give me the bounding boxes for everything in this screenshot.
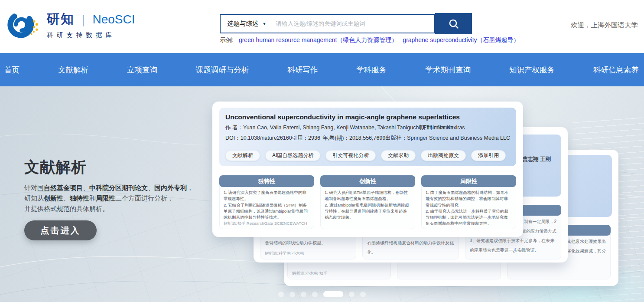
search-area: 选题与综述 ▼ (220, 13, 472, 34)
search-input[interactable] (271, 20, 434, 27)
search-icon (448, 18, 459, 30)
paper-citations: 引用：2936 (292, 135, 323, 142)
welcome-text: 欢迎，上海外国语大学 (571, 21, 638, 30)
action-publisher-source[interactable]: 出版商处原文 (421, 150, 466, 161)
search-examples: 示例: green human resource management（绿色人力… (220, 36, 520, 44)
carousel-dot-active[interactable] (323, 291, 343, 297)
action-literature-analysis[interactable]: 文献解析 (225, 150, 260, 161)
paper-doi: DOI：10.1038/nature26160 (225, 135, 292, 142)
hero-description: 针对国自然基金项目、中科院分区期刊论文、国内外专利， 研知从创新性、独特性和局限… (24, 183, 215, 214)
nav-item-research-writing[interactable]: 科研写作 (287, 65, 318, 75)
brand-separator: ｜ (78, 12, 89, 27)
column-innovation: 创新性 1. 研究人员利用STM单原子精细结构，创新性地制备出超导性魔角石墨烯超… (320, 175, 415, 229)
site-header: 研知 ｜ NeoSCI 科研支持数据库 选题与综述 ▼ 示例: green hu… (0, 0, 644, 53)
column-uniqueness: 独特性 1. 该研究深入探究了魔角石墨烯超晶格中的非常规超导性。 2. 它结合了… (219, 175, 314, 229)
source-text: 解析源:小木虫 知乎 (292, 271, 327, 276)
carousel-dot-7[interactable] (360, 292, 366, 297)
action-add-citation[interactable]: 添加引用 (471, 150, 506, 161)
carousel-dot-2[interactable] (289, 292, 295, 297)
column-uniqueness-source: 解析源:知乎 ResearchGate SCIENCEWATCH (224, 221, 307, 226)
authors-fragment: 曹志翔 王刚 (522, 156, 551, 163)
nav-item-literature-analysis[interactable]: 文献解析 (58, 65, 88, 75)
paper-authors: 作 者：Yuan Cao, Valla Fatemi, Shiang Fang,… (225, 124, 420, 131)
hero-carousel: 文献解析 针对国自然基金项目、中科院分区期刊论文、国内外专利， 研知从创新性、独… (0, 86, 644, 302)
paper-meta-row-1: 作 者：Yuan Cao, Valla Fatemi, Shiang Fang,… (225, 124, 510, 131)
action-citation-visualization[interactable]: 引文可视化分析 (325, 150, 376, 161)
paper-journal: 期 刊：Nature (420, 124, 454, 131)
brand-name-en: NeoSCI (92, 13, 135, 26)
example-link-graphene[interactable]: graphene superconductivity（石墨烯超导） (403, 36, 519, 44)
brand-logo-icon (4, 8, 42, 42)
column-text-fragment: 3、研究者建议仅限于技术不足参考，在未来的应用场合也需要进一步实践验证。 (465, 236, 561, 255)
hero-desc-line1: 针对国自然基金项目、中科院分区期刊论文、国内外专利， (24, 183, 215, 193)
paper-meta-row-2: DOI：10.1038/nature26160 引用：2936 年,卷(期)：2… (225, 135, 510, 142)
carousel-dot-1[interactable] (278, 292, 284, 297)
hero-title: 文献解析 (24, 157, 215, 177)
search-category-dropdown[interactable]: 选题与综述 ▼ (221, 20, 271, 28)
hero-desc-line2: 研知从创新性、独特性和局限性三个方面进行分析， (24, 193, 215, 204)
hero-desc-line3: 并提供格式规范的具体解析。 (24, 204, 215, 214)
paper-actions: 文献解析 AI国自然选题分析 引文可视化分析 文献求助 出版商处原文 添加引用 (225, 150, 510, 161)
analysis-columns: 独特性 1. 该研究深入探究了魔角石墨烯超晶格中的非常规超导性。 2. 它结合了… (219, 175, 516, 229)
column-uniqueness-body: 1. 该研究深入探究了魔角石墨烯超晶格中的非常规超导性。 2. 它结合了利用扫描… (220, 187, 314, 220)
column-limitation-body: 1. 由于魔角石墨烯超晶格的特殊结构，如果不能有效的控制和精确的调控，将会限制其… (422, 187, 516, 227)
search-category-label: 选题与综述 (227, 20, 259, 28)
action-fulltext-request[interactable]: 文献求助 (381, 150, 416, 161)
search-button[interactable] (435, 13, 472, 34)
paper-publisher: 出版社：Springer Science and Business Media … (385, 135, 510, 142)
column-innovation-body: 1. 研究人员利用STM单原子精细结构，创新性地制备出超导性魔角石墨烯超晶格。 … (321, 187, 415, 220)
paper-info-panel: Unconventional superconductivity in magi… (219, 108, 516, 166)
column-uniqueness-header: 独特性 (219, 175, 314, 187)
source-text: 解析源:科学网 小木虫 (265, 251, 304, 256)
nav-item-journal-search[interactable]: 学术期刊查询 (425, 65, 471, 75)
paper-card: Unconventional superconductivity in magi… (212, 102, 523, 237)
main-nav: 首页 文献解析 立项查询 课题调研与分析 科研写作 学科服务 学术期刊查询 知识… (0, 53, 644, 86)
column-innovation-header: 创新性 (320, 175, 415, 187)
nav-item-home[interactable]: 首页 (4, 65, 20, 75)
nav-item-ip-services[interactable]: 知识产权服务 (509, 65, 555, 75)
nav-item-research-literacy[interactable]: 科研信息素养 (593, 65, 639, 75)
search-box: 选题与综述 ▼ (220, 14, 435, 33)
example-link-green-hrm[interactable]: green human resource management（绿色人力资源管理… (239, 36, 397, 44)
action-ai-topic-analysis[interactable]: AI国自然选题分析 (265, 150, 320, 161)
chevron-down-icon: ▼ (263, 22, 267, 26)
carousel-dot-6[interactable] (349, 292, 355, 297)
carousel-dots (0, 291, 644, 297)
column-limitation-header: 局限性 (421, 175, 516, 187)
carousel-dot-3[interactable] (301, 292, 306, 297)
brand-subtitle: 科研支持数据库 (47, 31, 135, 39)
hero-promo: 文献解析 针对国自然基金项目、中科院分区期刊论文、国内外专利， 研知从创新性、独… (24, 157, 215, 240)
paper-title: Unconventional superconductivity in magi… (225, 113, 510, 121)
brand-name-cn: 研知 (47, 10, 75, 28)
brand-logo[interactable]: 研知 ｜ NeoSCI 科研支持数据库 (4, 8, 135, 42)
nav-item-project-search[interactable]: 立项查询 (127, 65, 157, 75)
column-limitation: 局限性 1. 由于魔角石墨烯超晶格的特殊结构，如果不能有效的控制和精确的调控，将… (421, 175, 516, 229)
paper-volume: 年,卷(期)：2018,556,7699 (322, 135, 385, 142)
nav-item-subject-services[interactable]: 学科服务 (356, 65, 387, 75)
carousel-dot-4[interactable] (312, 292, 318, 297)
enter-button[interactable]: 点击进入 (24, 220, 97, 240)
examples-label: 示例: (220, 36, 234, 44)
nav-item-topic-research[interactable]: 课题调研与分析 (196, 65, 249, 75)
